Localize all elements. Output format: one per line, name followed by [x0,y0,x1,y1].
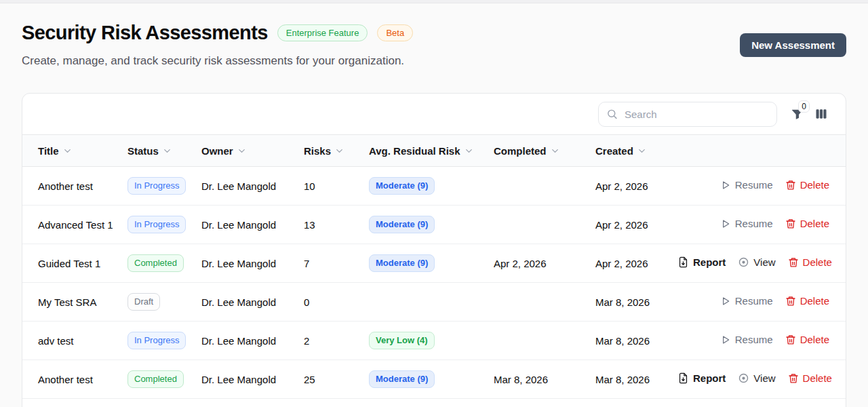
resume-button[interactable]: Resume [720,296,773,307]
action-label: Resume [735,334,773,345]
cell-residual-risk: Moderate (9) [368,206,493,244]
column-header-completed[interactable]: Completed [493,135,595,167]
trash-icon [785,218,796,229]
columns-button[interactable] [814,107,828,121]
column-header-label: Avg. Residual Risk [369,145,460,157]
cell-residual-risk: Moderate (9) [368,244,493,283]
cell-owner: Dr. Lee Mangold [201,167,303,206]
cell-owner: Dr. Lee Mangold [201,360,303,399]
cell-title: Another test [22,360,127,399]
toolbar-icon-group: 0 [791,107,828,121]
eye-icon [738,256,749,268]
cell-created: Mar 8, 2026 [595,360,677,399]
cell-actions: ResumeDelete [677,322,846,360]
cell-owner: Dr. Lee Mangold [201,206,303,244]
page-header: Security Risk Assessments Enterprise Fea… [0,3,868,68]
row-actions: ReportViewDelete [677,256,832,268]
cell-created: Mar 8, 2026 [595,283,677,322]
trash-icon [785,296,796,307]
status-badge: Draft [127,293,160,311]
column-header-owner[interactable]: Owner [201,135,303,167]
cell-status: In Progress [127,167,201,206]
row-actions: ReportViewDelete [677,372,832,384]
assessments-table: TitleStatusOwnerRisksAvg. Residual RiskC… [22,134,846,407]
chevron-down-icon [334,146,344,156]
cell-risks: 10 [303,167,368,206]
action-label: Delete [800,218,829,229]
column-header-avg-residual-risk[interactable]: Avg. Residual Risk [368,135,493,167]
resume-button[interactable]: Resume [720,180,773,191]
resume-button[interactable]: Resume [720,334,773,345]
column-header-label: Risks [304,145,331,157]
new-assessment-button[interactable]: New Assessment [740,33,846,57]
enterprise-feature-badge: Enterprise Feature [277,24,368,41]
row-actions: ResumeDelete [720,296,829,307]
report-button[interactable]: Report [677,256,726,268]
cell-empty [22,399,846,407]
file-download-icon [677,372,689,384]
residual-risk-badge: Moderate (9) [369,370,435,388]
delete-button[interactable]: Delete [785,334,829,345]
delete-button[interactable]: Delete [788,373,832,384]
play-icon [720,334,731,345]
table-row: adv testIn ProgressDr. Lee Mangold2Very … [22,322,846,360]
cell-completed [493,167,595,206]
row-actions: ResumeDelete [720,180,829,191]
column-header-title[interactable]: Title [22,135,127,167]
delete-button[interactable]: Delete [785,218,829,229]
cell-residual-risk: Moderate (9) [368,167,493,206]
action-label: Delete [803,257,832,267]
trash-icon [785,334,796,345]
action-label: View [753,373,775,383]
view-button[interactable]: View [738,256,775,268]
cell-actions: ReportViewDelete [677,244,846,283]
cell-owner: Dr. Lee Mangold [201,244,303,283]
table-row: Another testCompletedDr. Lee Mangold25Mo… [22,360,846,399]
action-label: Resume [735,296,773,306]
cell-status: In Progress [127,206,201,244]
resume-button[interactable]: Resume [720,218,773,229]
delete-button[interactable]: Delete [785,180,829,191]
cell-title: Guided Test 1 [22,244,127,283]
column-header-actions [677,135,846,167]
chevron-down-icon [550,146,560,156]
view-button[interactable]: View [738,372,775,384]
cell-created: Apr 2, 2026 [595,206,677,244]
column-header-risks[interactable]: Risks [303,135,368,167]
eye-icon [738,372,749,384]
residual-risk-badge: Moderate (9) [369,254,435,272]
cell-residual-risk: Moderate (9) [368,360,493,399]
cell-completed: Mar 8, 2026 [493,360,595,399]
cell-actions: ResumeDelete [677,206,846,244]
delete-button[interactable]: Delete [785,296,829,307]
cell-completed [493,322,595,360]
action-label: Report [693,373,726,383]
cell-completed: Apr 2, 2026 [493,244,595,283]
column-header-created[interactable]: Created [595,135,677,167]
title-row: Security Risk Assessments Enterprise Fea… [22,22,413,44]
cell-owner: Dr. Lee Mangold [201,283,303,322]
cell-title: My Test SRA [22,283,127,322]
cell-risks: 2 [303,322,368,360]
page-header-text: Security Risk Assessments Enterprise Fea… [22,22,413,68]
table-row: Advanced Test 1In ProgressDr. Lee Mangol… [22,206,846,244]
trash-icon [788,373,799,384]
action-label: Delete [803,373,832,383]
filter-button[interactable]: 0 [791,107,804,121]
play-icon [720,180,731,191]
cell-status: In Progress [127,322,201,360]
page-subtitle: Create, manage, and track security risk … [22,54,413,68]
cell-completed [493,206,595,244]
status-badge: In Progress [127,216,186,233]
report-button[interactable]: Report [677,372,726,384]
chevron-down-icon [637,146,647,156]
table-row-partial [22,399,846,407]
table-header-row: TitleStatusOwnerRisksAvg. Residual RiskC… [22,135,846,167]
column-header-status[interactable]: Status [127,135,201,167]
delete-button[interactable]: Delete [788,257,832,268]
action-label: Delete [800,180,829,190]
row-actions: ResumeDelete [720,218,829,229]
filter-count-badge: 0 [798,100,810,113]
trash-icon [788,257,799,268]
search-input[interactable] [598,102,777,127]
